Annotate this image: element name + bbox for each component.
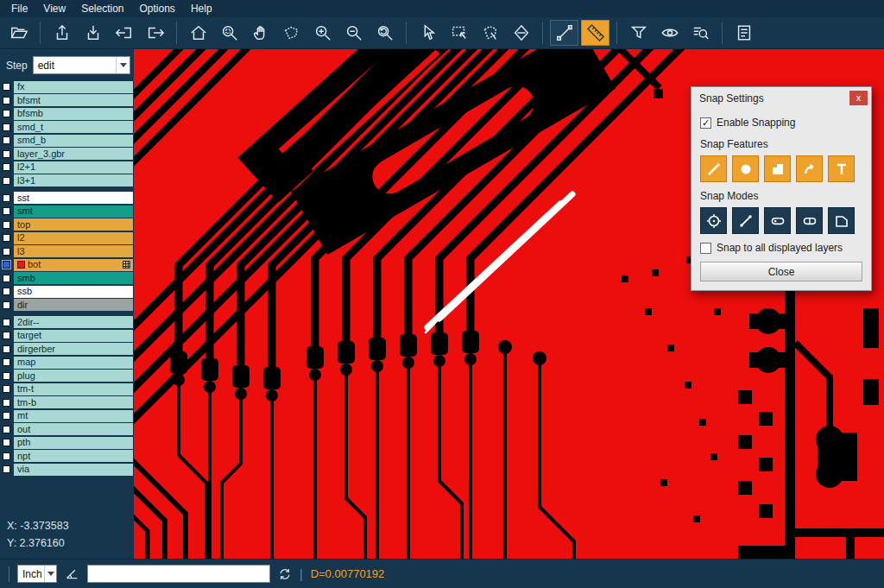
grid-icon[interactable] xyxy=(123,261,130,269)
layer-name[interactable]: layer_3.gbr xyxy=(14,148,133,160)
zoom-out-icon[interactable] xyxy=(339,20,368,46)
layer-name[interactable]: top xyxy=(14,218,133,231)
layer-name[interactable]: pth xyxy=(14,437,133,449)
layer-row-l2[interactable]: l2 xyxy=(0,231,134,245)
layer-row-sst[interactable]: sst xyxy=(0,192,134,205)
snap-all-layers-checkbox[interactable] xyxy=(700,243,711,254)
layer-visibility-checkbox[interactable] xyxy=(3,358,10,366)
export-up-icon[interactable] xyxy=(47,20,76,46)
filter-icon[interactable] xyxy=(624,20,653,46)
layer-row-map[interactable]: map xyxy=(0,356,134,370)
line-tool-icon[interactable] xyxy=(550,20,578,46)
layer-visibility-checkbox[interactable] xyxy=(3,194,10,202)
layer-visibility-checkbox[interactable] xyxy=(3,399,10,407)
open-folder-icon[interactable] xyxy=(4,20,33,46)
zoom-polygon-icon[interactable] xyxy=(277,20,306,46)
select-pointer-icon[interactable] xyxy=(414,20,442,46)
layer-row-out[interactable]: out xyxy=(0,423,134,437)
layer-name[interactable]: 2dir-- xyxy=(14,316,133,328)
layer-name[interactable]: l3 xyxy=(14,245,133,257)
enable-snapping-row[interactable]: ✓ Enable Snapping xyxy=(700,117,862,129)
select-rect-icon[interactable] xyxy=(445,20,473,46)
search-text-icon[interactable] xyxy=(686,20,715,46)
chevron-down-icon[interactable] xyxy=(116,57,129,73)
close-icon[interactable]: x xyxy=(849,91,868,105)
layer-visibility-checkbox[interactable] xyxy=(3,136,10,144)
layer-name[interactable]: bfsmt xyxy=(14,94,133,106)
snap-midpoint-icon[interactable] xyxy=(732,207,759,234)
layer-row-smt[interactable]: smt xyxy=(0,205,134,218)
layer-name[interactable]: target xyxy=(14,330,133,342)
layer-visibility-checkbox[interactable] xyxy=(3,332,10,339)
layer-name[interactable]: dirgerber xyxy=(14,343,133,355)
snap-all-layers-row[interactable]: Snap to all displayed layers xyxy=(700,242,862,254)
layer-name[interactable]: fx xyxy=(14,81,133,93)
pcb-canvas[interactable]: Snap Settings x ✓ Enable Snapping Snap F… xyxy=(134,49,884,559)
import-left-icon[interactable] xyxy=(110,20,138,46)
menu-file[interactable]: File xyxy=(3,1,35,16)
layer-name[interactable]: npt xyxy=(14,450,133,462)
home-icon[interactable] xyxy=(184,20,212,46)
menu-help[interactable]: Help xyxy=(183,1,220,16)
layer-name[interactable]: ssb xyxy=(14,286,133,298)
layer-visibility-checkbox[interactable] xyxy=(3,221,10,229)
select-polygon-icon[interactable] xyxy=(476,20,504,46)
layer-row-pth[interactable]: pth xyxy=(0,436,134,450)
step-select[interactable]: edit xyxy=(33,56,130,74)
command-input[interactable] xyxy=(87,565,270,583)
layer-visibility-checkbox[interactable] xyxy=(3,177,10,185)
enable-snapping-checkbox[interactable]: ✓ xyxy=(700,117,711,129)
zoom-in-icon[interactable] xyxy=(308,20,337,46)
layer-visibility-checkbox[interactable] xyxy=(3,385,10,393)
layer-name[interactable]: plug xyxy=(14,370,133,382)
layer-row-bot[interactable]: bot xyxy=(0,258,134,272)
layer-visibility-checkbox[interactable] xyxy=(3,83,10,91)
zoom-window-icon[interactable] xyxy=(215,20,243,46)
layer-name[interactable]: l2 xyxy=(14,232,133,244)
layer-row-npt[interactable]: npt xyxy=(0,450,134,464)
measure-diamond-icon[interactable] xyxy=(507,20,535,46)
layer-visibility-checkbox[interactable] xyxy=(3,163,10,171)
layer-row-smd_t[interactable]: smd_t xyxy=(0,121,134,135)
layer-name[interactable]: smb xyxy=(14,272,133,284)
snap-slot-icon[interactable] xyxy=(796,207,823,234)
layer-visibility-checkbox[interactable] xyxy=(3,123,10,131)
layer-row-ssb[interactable]: ssb xyxy=(0,285,134,299)
menu-selection[interactable]: Selection xyxy=(73,1,131,16)
layer-row-smd_b[interactable]: smd_b xyxy=(0,134,134,148)
sync-refresh-icon[interactable] xyxy=(278,567,292,581)
layer-row-bfsmb[interactable]: bfsmb xyxy=(0,107,134,121)
layer-row-bfsmt[interactable]: bfsmt xyxy=(0,94,134,108)
layer-name[interactable]: bot xyxy=(14,259,133,271)
report-icon[interactable] xyxy=(729,20,758,46)
layer-visibility-checkbox[interactable] xyxy=(3,465,10,473)
layer-row-plug[interactable]: plug xyxy=(0,370,134,383)
layer-name[interactable]: out xyxy=(14,423,133,435)
layer-row-l2+1[interactable]: l2+1 xyxy=(0,161,134,174)
snap-outline-icon[interactable] xyxy=(828,207,855,234)
close-button[interactable]: Close xyxy=(700,262,862,281)
layer-visibility-checkbox[interactable] xyxy=(3,207,10,215)
snap-line-icon[interactable] xyxy=(700,155,727,182)
layer-name[interactable]: tm-b xyxy=(14,396,133,408)
snap-corner-icon[interactable] xyxy=(764,155,791,182)
export-right-icon[interactable] xyxy=(141,20,169,46)
layer-row-tm-b[interactable]: tm-b xyxy=(0,396,134,410)
layer-visibility-checkbox[interactable] xyxy=(3,288,10,295)
import-down-icon[interactable] xyxy=(79,20,107,46)
layer-name[interactable]: smt xyxy=(14,205,133,218)
layer-row-fx[interactable]: fx xyxy=(0,80,134,94)
layer-name[interactable]: map xyxy=(14,357,133,369)
angle-measure-icon[interactable] xyxy=(65,566,79,581)
layer-row-top[interactable]: top xyxy=(0,218,134,232)
snap-text-icon[interactable] xyxy=(828,155,855,182)
snap-dialog-titlebar[interactable]: Snap Settings x xyxy=(691,87,871,109)
layer-row-via[interactable]: via xyxy=(0,463,134,477)
layer-row-dirgerber[interactable]: dirgerber xyxy=(0,343,134,357)
layer-name[interactable]: bfsmb xyxy=(14,108,133,120)
layer-visibility-checkbox[interactable] xyxy=(3,248,10,256)
layer-row-2dir--[interactable]: 2dir-- xyxy=(0,316,134,330)
layer-name[interactable]: l2+1 xyxy=(14,161,133,174)
ruler-tool-icon[interactable] xyxy=(581,20,609,46)
menu-view[interactable]: View xyxy=(35,1,73,16)
